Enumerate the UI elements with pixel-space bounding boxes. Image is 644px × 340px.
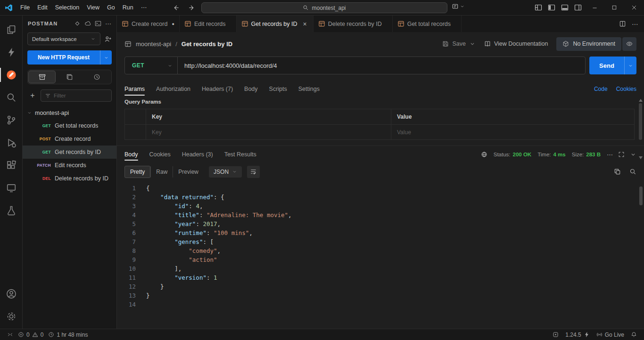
scrollbar-track[interactable] — [639, 103, 642, 155]
format-dropdown[interactable]: JSON — [209, 166, 242, 178]
request-tab-params[interactable]: Params — [124, 80, 145, 98]
add-request-button[interactable]: + — [27, 90, 38, 101]
source-control-icon[interactable] — [0, 109, 23, 131]
tab-more-icon[interactable]: ⋯ — [632, 20, 638, 28]
send-button[interactable]: Send — [589, 57, 636, 74]
menu-go[interactable]: Go — [103, 2, 119, 13]
request-item[interactable]: GETGet records by ID — [23, 146, 116, 159]
key-input[interactable] — [152, 129, 385, 136]
code-link[interactable]: Code — [594, 86, 608, 92]
invite-user-icon[interactable] — [104, 35, 112, 43]
view-mode-pretty[interactable]: Pretty — [124, 166, 150, 178]
cookies-link[interactable]: Cookies — [616, 86, 636, 92]
request-tab-authorization[interactable]: Authorization — [156, 80, 190, 98]
back-arrow-icon[interactable] — [173, 4, 180, 11]
collections-view-icon[interactable] — [29, 71, 55, 83]
chevron-down-icon[interactable] — [469, 40, 476, 47]
filter-box[interactable] — [41, 89, 112, 102]
workspace-selector[interactable]: Default workspace — [27, 32, 100, 45]
command-center-search[interactable]: moontest_api — [201, 2, 447, 13]
console-icon[interactable] — [95, 20, 101, 27]
extensions-icon[interactable] — [0, 154, 23, 177]
globe-icon[interactable] — [481, 151, 487, 158]
menu-run[interactable]: Run — [119, 2, 137, 13]
run-debug-icon[interactable] — [0, 131, 23, 154]
request-item[interactable]: DELDelete records by ID — [23, 172, 116, 185]
time-tracker[interactable]: 1 hr 48 mins — [46, 330, 90, 340]
toggle-panel-button[interactable] — [558, 1, 571, 14]
params-scrollbar[interactable] — [638, 99, 643, 159]
chevron-down-icon[interactable] — [630, 151, 636, 158]
expand-response-icon[interactable] — [618, 151, 625, 158]
notifications-button[interactable] — [628, 330, 639, 340]
toggle-primary-sidebar-button[interactable] — [545, 1, 558, 14]
sidebar-more-icon[interactable]: ⋯ — [105, 20, 111, 27]
menu-file[interactable]: File — [17, 2, 33, 13]
search-view-icon[interactable] — [0, 86, 23, 109]
menu-more-button[interactable]: ⋯ — [137, 2, 151, 13]
explorer-icon[interactable] — [0, 18, 23, 41]
tag-icon[interactable] — [74, 20, 81, 27]
status-extension-indicator[interactable] — [550, 330, 561, 340]
remote-indicator[interactable] — [5, 330, 16, 340]
go-live-button[interactable]: Go Live — [594, 330, 627, 340]
toggle-secondary-sidebar-button[interactable] — [571, 1, 585, 14]
editor-tab[interactable]: Delete records by ID — [314, 16, 393, 32]
response-tab-body[interactable]: Body — [124, 146, 138, 163]
forward-arrow-icon[interactable] — [188, 4, 195, 11]
account-icon[interactable] — [0, 283, 23, 305]
menu-selection[interactable]: Selection — [51, 2, 83, 13]
save-button[interactable]: Save — [442, 40, 476, 47]
url-input[interactable] — [184, 62, 578, 69]
scroll-up-arrow[interactable] — [639, 99, 643, 102]
response-tab-headers[interactable]: Headers (3) — [182, 146, 213, 163]
minimize-button[interactable] — [585, 0, 604, 16]
problems-indicator[interactable]: 0 0 — [16, 330, 46, 340]
close-tab-icon[interactable]: × — [302, 21, 308, 27]
breadcrumb-collection[interactable]: moontest-api — [136, 40, 171, 48]
request-tab-settings[interactable]: Settings — [298, 80, 320, 98]
response-tab-cookies[interactable]: Cookies — [149, 146, 171, 163]
environments-view-icon[interactable] — [56, 71, 83, 83]
new-request-chevron[interactable] — [100, 50, 112, 65]
search-response-icon[interactable] — [629, 168, 636, 175]
postman-icon[interactable] — [0, 64, 23, 86]
value-input[interactable] — [397, 129, 628, 136]
scroll-down-arrow[interactable] — [639, 156, 643, 159]
view-mode-raw[interactable]: Raw — [150, 166, 173, 178]
test-flask-icon[interactable] — [0, 199, 23, 222]
collection-row[interactable]: moontest-api — [23, 106, 116, 119]
version-indicator[interactable]: 1.24.5 — [563, 330, 592, 340]
request-item[interactable]: GETGet total records — [23, 119, 116, 132]
settings-gear-icon[interactable] — [0, 305, 23, 328]
method-selector[interactable]: GET — [125, 57, 178, 74]
remote-explorer-icon[interactable] — [0, 177, 23, 199]
request-item[interactable]: POSTCreate record — [23, 132, 116, 146]
view-documentation-button[interactable]: View Documentation — [484, 40, 548, 47]
filter-input[interactable] — [54, 93, 107, 98]
request-item[interactable]: PATCHEdit records — [23, 159, 116, 172]
request-tab-body[interactable]: Body — [244, 80, 258, 98]
menu-edit[interactable]: Edit — [33, 2, 51, 13]
response-body-code[interactable]: 1{2 "data returned": {3 "id": 4,4 "title… — [117, 180, 644, 329]
maximize-button[interactable] — [604, 0, 624, 16]
cloud-sync-icon[interactable] — [84, 20, 91, 27]
close-window-button[interactable] — [624, 0, 644, 16]
send-options-chevron[interactable] — [624, 57, 636, 74]
response-more-icon[interactable]: ⋯ — [607, 151, 613, 158]
new-http-request-button[interactable]: New HTTP Request — [27, 50, 112, 65]
history-view-icon[interactable] — [84, 71, 110, 83]
split-editor-icon[interactable] — [619, 20, 626, 27]
environment-selector[interactable]: No Environment — [556, 37, 621, 51]
menu-view[interactable]: View — [83, 2, 103, 13]
response-scrollbar-thumb[interactable] — [639, 186, 643, 205]
request-tab-scripts[interactable]: Scripts — [269, 80, 287, 98]
editor-tab[interactable]: Get records by ID× — [237, 16, 314, 32]
lightning-icon[interactable] — [0, 41, 23, 64]
customize-layout-button[interactable] — [532, 1, 545, 14]
view-mode-preview[interactable]: Preview — [173, 166, 204, 178]
editor-tab[interactable]: Get total records — [393, 16, 462, 32]
scrollbar-thumb[interactable] — [639, 103, 642, 140]
copy-icon[interactable] — [614, 168, 621, 175]
command-center-extra-button[interactable] — [452, 3, 465, 10]
